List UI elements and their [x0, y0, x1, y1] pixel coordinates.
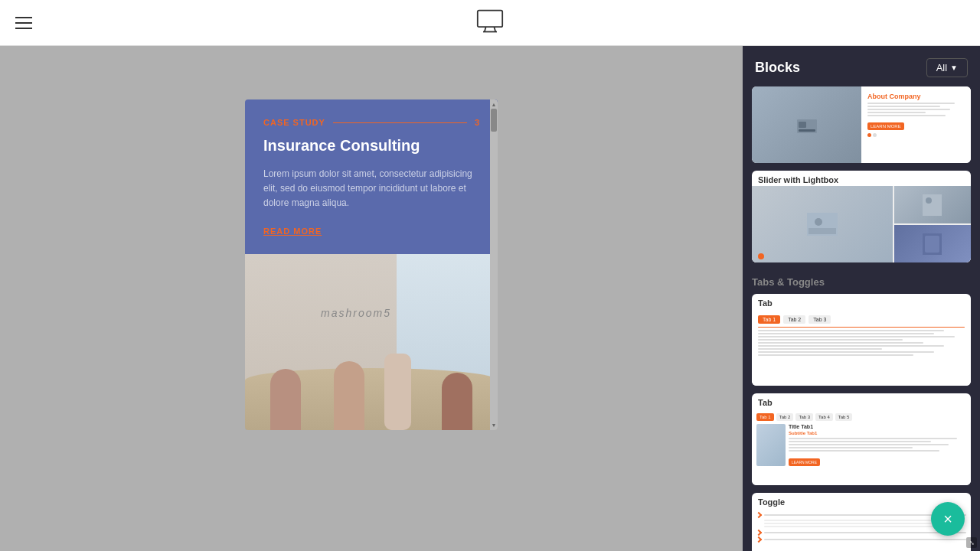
tab1-tab-1: Tab 1: [758, 315, 780, 324]
tab2-tab-4: Tab 4: [815, 413, 833, 421]
block-item-slider-lightbox[interactable]: Slider with Lightbox: [752, 171, 971, 262]
toggle-arrow-icon: [756, 512, 762, 518]
dropdown-arrow-icon: ▼: [950, 64, 958, 72]
tab2-subtitle: Subtitle Tab1: [789, 431, 966, 435]
panel-header: Blocks All ▼: [743, 46, 980, 86]
toggle-arrow-icon-3: [756, 536, 762, 543]
svg-rect-10: [923, 194, 942, 216]
preview-image: mashroom5: [245, 254, 498, 430]
main-layout: ▲ ▼ CASE STUDY 3 Insurance Consulting Lo…: [0, 46, 980, 551]
slider-main-image: [752, 186, 893, 262]
tab2-title: Title Tab1: [789, 424, 966, 429]
slider-side-image-1: [894, 186, 971, 223]
office-scene: mashroom5: [245, 254, 498, 430]
slider-nav-dot: [758, 253, 764, 259]
block-item-tab2[interactable]: Tab Tab 1 Tab 2 Tab 3 Tab 4 Tab 5 Title …: [752, 393, 971, 485]
block-item-tab1[interactable]: Tab Tab 1 Tab 2 Tab 3: [752, 294, 971, 386]
toggle-arrow-icon-2: [756, 530, 762, 536]
about-company-thumbnail: About Company LEARN MORE: [752, 86, 971, 163]
read-more-link[interactable]: READ MORE: [263, 227, 479, 236]
tab2-text: Title Tab1 Subtitle Tab1 LEARN MORE: [789, 424, 966, 467]
right-panel: Blocks All ▼ A: [743, 46, 980, 551]
tab2-image: [756, 424, 786, 466]
menu-button[interactable]: [15, 17, 32, 29]
slider-lightbox-label: Slider with Lightbox: [752, 171, 971, 186]
tab1-tab-3: Tab 3: [808, 315, 831, 324]
case-study-label: CASE STUDY: [263, 118, 325, 127]
slider-lightbox-thumbnail: ⤡: [752, 186, 971, 262]
canvas-area: ▲ ▼ CASE STUDY 3 Insurance Consulting Lo…: [0, 46, 743, 551]
tab2-label: Tab: [752, 393, 971, 409]
person-silhouette: [384, 354, 411, 430]
tab1-label: Tab: [752, 294, 971, 309]
tab2-tab-2: Tab 2: [776, 413, 794, 421]
toggle-item-2: [756, 530, 966, 535]
preview-body: Lorem ipsum dolor sit amet, consectetur …: [263, 167, 479, 211]
toggle-line-3: [764, 539, 966, 540]
svg-line-1: [485, 27, 486, 31]
tab2-tabs: Tab 1 Tab 2 Tab 3 Tab 4 Tab 5: [756, 413, 966, 421]
person-silhouette: [270, 369, 301, 430]
case-study-header: CASE STUDY 3: [263, 118, 479, 127]
section-label-tabs-toggles: Tabs & Toggles: [752, 270, 971, 294]
tab1-tab-2: Tab 2: [783, 315, 805, 324]
about-company-dots: [867, 133, 965, 137]
slider-side-images: ⤡: [894, 186, 971, 262]
svg-rect-5: [799, 122, 806, 128]
about-company-thumb-content: About Company LEARN MORE: [861, 86, 971, 163]
about-company-thumb-lines: [867, 103, 965, 116]
close-fab-button[interactable]: ×: [931, 502, 965, 536]
office-text: mashroom5: [321, 307, 391, 319]
tab1-content: [758, 327, 965, 356]
person-silhouette: [334, 361, 364, 430]
monitor-icon: [476, 8, 504, 38]
panel-scroll-area[interactable]: About Company LEARN MORE: [743, 86, 980, 551]
tab2-tab-1: Tab 1: [756, 413, 774, 421]
person-silhouette: [442, 373, 472, 430]
svg-rect-6: [799, 129, 815, 132]
tab2-button: LEARN MORE: [789, 458, 820, 466]
tab2-content: Title Tab1 Subtitle Tab1 LEARN MORE: [756, 424, 966, 467]
close-fab-icon: ×: [943, 510, 952, 528]
svg-line-2: [494, 27, 495, 31]
case-study-divider: [333, 122, 467, 123]
panel-title: Blocks: [755, 60, 800, 76]
tab2-tab-3: Tab 3: [795, 413, 813, 421]
preview-card: ▲ ▼ CASE STUDY 3 Insurance Consulting Lo…: [245, 99, 498, 430]
svg-point-11: [926, 197, 932, 204]
about-company-thumb-btn: LEARN MORE: [867, 122, 904, 130]
block-item-about-company[interactable]: About Company LEARN MORE: [752, 86, 971, 163]
svg-rect-0: [478, 10, 502, 27]
about-company-thumb-image: [752, 86, 861, 163]
tab1-tabs: Tab 1 Tab 2 Tab 3: [758, 315, 965, 324]
about-company-thumb-title: About Company: [867, 93, 965, 100]
tab2-thumbnail: Tab 1 Tab 2 Tab 3 Tab 4 Tab 5 Title Tab1…: [752, 409, 971, 485]
svg-rect-9: [808, 228, 836, 234]
tab2-tab-5: Tab 5: [835, 413, 853, 421]
header: [0, 0, 980, 46]
all-filter-button[interactable]: All ▼: [926, 58, 968, 77]
slider-side-image-2: ⤡: [894, 225, 971, 262]
tab1-thumbnail: Tab 1 Tab 2 Tab 3: [752, 309, 971, 386]
toggle-item-3: [756, 537, 966, 542]
case-study-number: 3: [475, 118, 479, 127]
tab2-lines: [789, 438, 966, 452]
toggle-line-2: [764, 532, 966, 533]
preview-content: CASE STUDY 3 Insurance Consulting Lorem …: [245, 99, 498, 236]
svg-rect-13: [925, 236, 939, 253]
svg-point-8: [815, 218, 822, 226]
preview-title: Insurance Consulting: [263, 136, 479, 155]
